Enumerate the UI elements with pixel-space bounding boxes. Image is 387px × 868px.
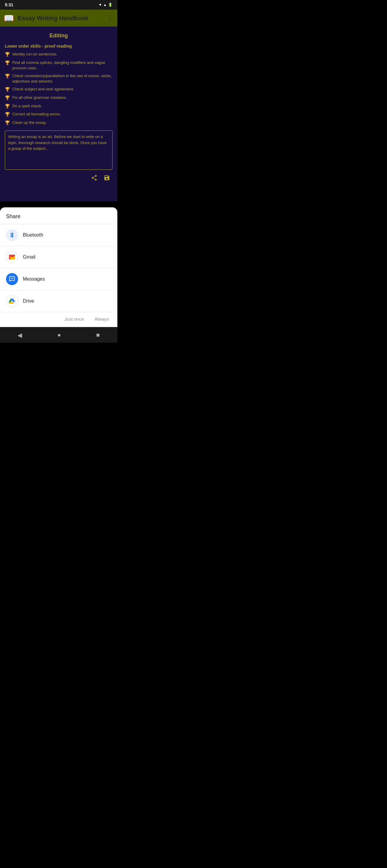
overflow-menu-button[interactable]: ⋮	[107, 14, 114, 22]
share-title: Share	[0, 207, 117, 224]
bullet-icon-6: 🏆	[5, 103, 10, 110]
always-button[interactable]: Always	[91, 315, 112, 323]
list-item: 🏆 Do a spell check.	[5, 103, 112, 110]
share-item-bluetooth[interactable]: Bluetooth	[0, 224, 117, 246]
back-button[interactable]: ◀	[11, 329, 28, 341]
share-list: Bluetooth Gmail	[0, 224, 117, 312]
bullet-icon-4: 🏆	[5, 87, 10, 93]
drive-label: Drive	[23, 299, 34, 304]
messages-icon-container	[6, 273, 18, 285]
bullet-icon-1: 🏆	[5, 52, 10, 58]
bullet-icon-3: 🏆	[5, 73, 10, 79]
bluetooth-icon	[9, 232, 15, 239]
bullet-icon-7: 🏆	[5, 112, 10, 118]
share-sheet: Share Bluetooth Gmail	[0, 207, 117, 327]
app-title: Essay Writing Handbook	[18, 15, 107, 22]
share-item-gmail[interactable]: Gmail	[0, 246, 117, 268]
wifi-icon: ▼	[98, 3, 102, 7]
share-footer: Just once Always	[0, 312, 117, 327]
just-once-button[interactable]: Just once	[61, 315, 87, 323]
overlay	[0, 201, 117, 207]
svg-point-2	[12, 278, 13, 279]
status-icons: ▼ ▲ 🔋	[98, 3, 112, 7]
recents-button[interactable]: ■	[90, 329, 106, 341]
checklist: 🏆 Identity run-on sentences. 🏆 Find all …	[5, 52, 112, 126]
content-area: Editing Lower order skills - proof readi…	[0, 27, 117, 201]
section-title: Editing	[5, 33, 112, 39]
list-item: 🏆 Identity run-on sentences.	[5, 52, 112, 58]
save-button[interactable]	[104, 175, 110, 183]
share-item-messages[interactable]: Messages	[0, 268, 117, 290]
nav-bar: ◀ ● ■	[0, 327, 117, 343]
gmail-icon	[8, 253, 16, 261]
list-item: 🏆 Clean up the essay.	[5, 120, 112, 126]
action-icons-row	[5, 173, 112, 184]
signal-icon: ▲	[103, 3, 107, 7]
bullet-icon-2: 🏆	[5, 60, 10, 66]
app-bar: 📖 Essay Writing Handbook ⋮	[0, 10, 117, 27]
drive-icon-container	[6, 295, 18, 307]
share-button[interactable]	[91, 175, 98, 183]
list-item: 🏆 Find all comma splices, dangling modif…	[5, 60, 112, 71]
status-bar: 5:31 ▼ ▲ 🔋	[0, 0, 117, 10]
bluetooth-icon-container	[6, 229, 18, 241]
gmail-label: Gmail	[23, 254, 36, 260]
list-item: 🏆 Fix all other grammar mistakes.	[5, 95, 112, 101]
battery-icon: 🔋	[108, 3, 112, 7]
text-preview-box[interactable]: Writing an essay is an art. Before we st…	[5, 130, 112, 170]
subsection-title: Lower order skills - proof reading	[5, 44, 112, 49]
svg-point-1	[12, 278, 13, 279]
bullet-icon-8: 🏆	[5, 120, 10, 126]
bluetooth-label: Bluetooth	[23, 232, 43, 238]
status-time: 5:31	[5, 2, 13, 7]
list-item: 🏆 Check consistency/parallelism in the u…	[5, 73, 112, 84]
list-item: 🏆 Check subject and verb agreement.	[5, 87, 112, 93]
text-preview: Writing an essay is an art. Before we st…	[8, 134, 109, 152]
book-icon: 📖	[4, 13, 14, 23]
list-item: 🏆 Correct all formatting errors.	[5, 112, 112, 118]
messages-label: Messages	[23, 276, 45, 282]
messages-icon	[9, 276, 15, 282]
home-button[interactable]: ●	[51, 329, 67, 341]
share-item-drive[interactable]: Drive	[0, 290, 117, 312]
bullet-icon-5: 🏆	[5, 95, 10, 101]
drive-icon	[8, 298, 16, 305]
gmail-icon-container	[6, 251, 18, 263]
svg-point-0	[11, 278, 12, 279]
